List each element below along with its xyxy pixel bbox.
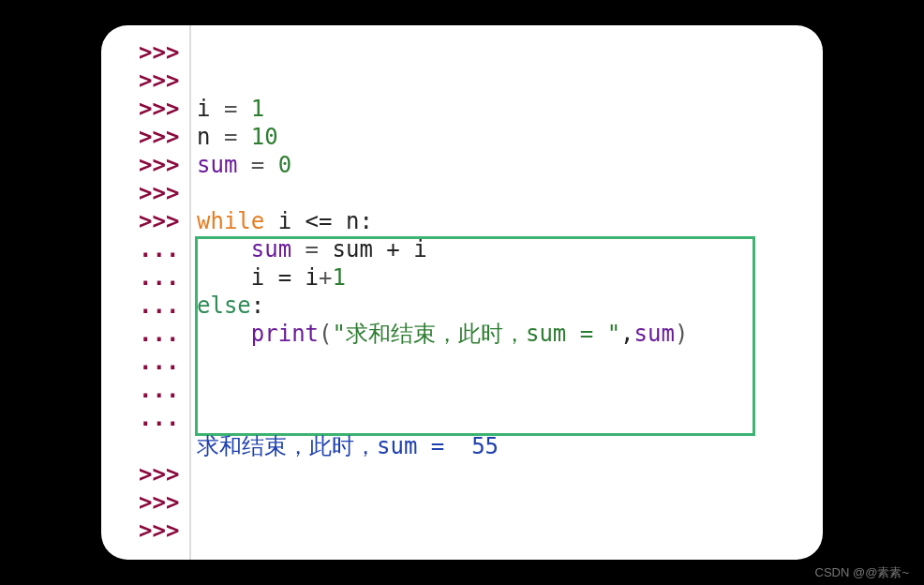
prompt-primary: >>> [101, 123, 189, 151]
repl-line: ... [101, 404, 823, 432]
paren-close: ) [675, 321, 688, 347]
prompt-primary: >>> [101, 517, 189, 545]
var-n: n [197, 124, 210, 150]
cond: i <= n [264, 208, 359, 234]
console-panel: >>> >>> >>>i = 1 >>>n = 10 >>>sum = 0 >>… [101, 25, 823, 560]
repl-line: >>>sum = 0 [101, 151, 823, 179]
op-plus: + [319, 264, 332, 291]
prompt-continuation: ... [101, 320, 189, 348]
code-content: sum = 0 [189, 152, 291, 178]
repl-line: ...else: [101, 292, 823, 320]
prompt-primary: >>> [101, 95, 189, 123]
op-assign: = [210, 124, 250, 150]
code-content: else: [189, 292, 264, 319]
repl-line: ... [101, 348, 823, 376]
watermark: CSDN @@素素~ [815, 564, 909, 581]
prompt-primary: >>> [101, 460, 189, 488]
op-assign: = [237, 152, 277, 178]
indent [197, 321, 251, 347]
repl-line: >>>i = 1 [101, 95, 823, 123]
paren-open: ( [319, 321, 332, 347]
fn-print: print [251, 321, 319, 347]
code-lines: >>> >>> >>>i = 1 >>>n = 10 >>>sum = 0 >>… [101, 38, 823, 545]
prompt-primary: >>> [101, 67, 189, 95]
comma: , [620, 321, 633, 347]
code-content: while i <= n: [189, 208, 373, 234]
prompt-primary: >>> [101, 207, 189, 235]
repl-line: >>> [101, 67, 823, 95]
code-content: sum = sum + i [189, 236, 427, 262]
prompt-primary: >>> [101, 151, 189, 179]
code-content: i = i+1 [189, 264, 346, 291]
prompt-continuation: ... [101, 376, 189, 404]
repl-line: ... print("求和结束，此时，sum = ",sum) [101, 320, 823, 348]
repl-line: >>> [101, 488, 823, 517]
kw-else: else [197, 292, 251, 319]
colon: : [359, 208, 372, 234]
code-content: print("求和结束，此时，sum = ",sum) [189, 321, 688, 347]
lhs: i = i [251, 264, 319, 291]
op-assign: = [291, 236, 332, 262]
repl-line: >>>n = 10 [101, 123, 823, 151]
code-content: n = 10 [189, 124, 278, 150]
prompt-continuation: ... [101, 292, 189, 320]
colon: : [251, 292, 264, 319]
prompt-primary: >>> [101, 38, 189, 67]
prompt-continuation: ... [101, 235, 189, 263]
indent [197, 236, 251, 262]
num-1: 1 [251, 96, 264, 122]
repl-line: ... [101, 376, 823, 404]
code-content: i = 1 [189, 96, 264, 122]
output-text: 求和结束，此时，sum = 55 [189, 433, 499, 459]
prompt-continuation: ... [101, 404, 189, 432]
prompt-continuation: ... [101, 263, 189, 292]
prompt-primary: >>> [101, 179, 189, 207]
num-1: 1 [333, 264, 346, 291]
output-line: 求和结束，此时，sum = 55 [101, 432, 823, 460]
num-0: 0 [278, 152, 291, 178]
prompt-continuation: ... [101, 348, 189, 376]
indent [197, 264, 251, 291]
repl-line: ... sum = sum + i [101, 235, 823, 263]
var-sum: sum [197, 152, 237, 178]
rhs: sum + i [333, 236, 427, 262]
repl-line: >>> [101, 460, 823, 488]
var-sum: sum [251, 236, 291, 262]
op-assign: = [210, 96, 250, 122]
repl-line: >>> [101, 179, 823, 207]
repl-line: >>> [101, 38, 823, 67]
repl-line: >>> [101, 517, 823, 545]
repl-line: ... i = i+1 [101, 263, 823, 292]
var-i: i [197, 96, 210, 122]
string-literal: "求和结束，此时，sum = " [333, 321, 621, 347]
kw-while: while [197, 208, 264, 234]
arg-sum: sum [634, 321, 675, 347]
num-10: 10 [251, 124, 278, 150]
repl-line: >>>while i <= n: [101, 207, 823, 235]
prompt-primary: >>> [101, 488, 189, 517]
